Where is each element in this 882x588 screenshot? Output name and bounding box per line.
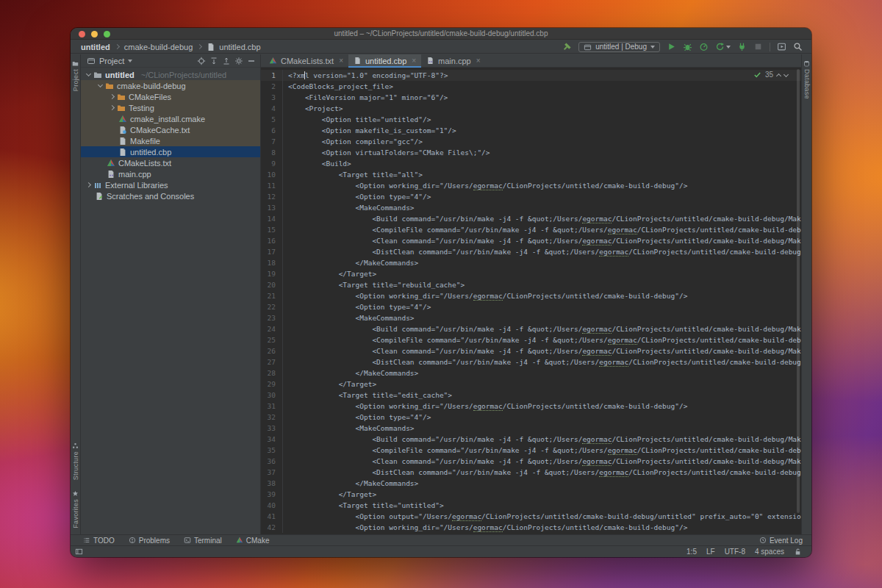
build-hammer-icon[interactable]: [562, 42, 572, 51]
chevron-right-icon[interactable]: [86, 182, 91, 187]
close-icon[interactable]: ×: [412, 57, 416, 65]
attach-process-icon[interactable]: [737, 42, 747, 51]
tool-button-favorites[interactable]: Favorites: [72, 490, 79, 528]
tree-item-testing[interactable]: Testing: [81, 102, 260, 113]
code-line[interactable]: 35 <CompileFile command="/usr/bin/make -…: [261, 445, 801, 456]
event-log-button[interactable]: Event Log: [759, 537, 811, 545]
code-line[interactable]: 22 <Option type="4"/>: [261, 301, 801, 312]
tree-item-main-cpp[interactable]: main.cpp: [81, 168, 260, 179]
code-line[interactable]: 18 </MakeCommands>: [261, 257, 801, 268]
chevron-right-icon[interactable]: [110, 105, 115, 110]
code-line[interactable]: 29 </Target>: [261, 379, 801, 390]
tree-item-makefile[interactable]: Makefile: [81, 135, 260, 146]
code-line[interactable]: 25 <CompileFile command="/usr/bin/make -…: [261, 334, 801, 345]
tool-window-button-problems[interactable]: Problems: [129, 537, 170, 545]
chevron-down-icon[interactable]: [86, 71, 91, 76]
breadcrumb-item[interactable]: untitled.cbp: [219, 43, 260, 51]
code-line[interactable]: 14 <Build command="/usr/bin/make -j4 -f …: [261, 213, 801, 224]
tree-item-scratches-and-consoles[interactable]: Scratches and Consoles: [81, 190, 260, 201]
code-line[interactable]: 32 <Option type="4"/>: [261, 412, 801, 423]
run-configuration-selector[interactable]: untitled | Debug: [578, 42, 660, 52]
code-line[interactable]: 33 <MakeCommands>: [261, 423, 801, 434]
code-line[interactable]: 8 <Option virtualFolders="CMake Files\;"…: [261, 147, 801, 158]
gear-icon[interactable]: [234, 57, 243, 65]
tree-item-cmake-install-cmake[interactable]: cmake_install.cmake: [81, 113, 260, 124]
close-icon[interactable]: ×: [339, 57, 343, 65]
tool-button-database[interactable]: Database: [803, 60, 811, 99]
status-line-separator[interactable]: LF: [706, 548, 715, 556]
debug-button-icon[interactable]: [683, 42, 692, 51]
code-line[interactable]: 27 <DistClean command="/usr/bin/make -j4…: [261, 356, 801, 368]
tree-item-external-libraries[interactable]: External Libraries: [81, 179, 260, 190]
editor-scrollbar[interactable]: [795, 69, 800, 531]
code-line[interactable]: 7 <Option compiler="gcc"/>: [261, 136, 801, 147]
code-line[interactable]: 40 <Target title="untitled">: [261, 500, 801, 511]
code-line[interactable]: 36 <Clean command="/usr/bin/make -j4 -f …: [261, 456, 801, 467]
tree-item-cmakelists-txt[interactable]: CMakeLists.txt: [81, 157, 260, 168]
code-line[interactable]: 26 <Clean command="/usr/bin/make -j4 -f …: [261, 345, 801, 356]
code-line[interactable]: 11 <Option working_dir="/Users/egormac/C…: [261, 180, 801, 191]
code-line[interactable]: 28 </MakeCommands>: [261, 368, 801, 379]
breadcrumb-item[interactable]: cmake-build-debug: [124, 43, 193, 51]
tool-window-button-cmake[interactable]: CMake: [236, 537, 270, 545]
code-line[interactable]: 24 <Build command="/usr/bin/make -j4 -f …: [261, 323, 801, 334]
code-line[interactable]: 13 <MakeCommands>: [261, 202, 801, 213]
tool-window-button-todo[interactable]: TODO: [83, 537, 115, 545]
chevron-down-icon[interactable]: [726, 46, 731, 49]
code-line[interactable]: 6 <Option makefile_is_custom="1"/>: [261, 125, 801, 136]
code-line[interactable]: 39 </Target>: [261, 489, 801, 500]
code-line[interactable]: 4 <Project>: [261, 103, 801, 114]
project-panel-title[interactable]: Project: [99, 57, 124, 65]
expand-all-icon[interactable]: [209, 57, 218, 65]
code-line[interactable]: 38 </MakeCommands>: [261, 478, 801, 489]
code-line[interactable]: 30 <Target title="edit_cache">: [261, 390, 801, 401]
collapse-all-icon[interactable]: [222, 57, 231, 65]
code-line[interactable]: 31 <Option working_dir="/Users/egormac/C…: [261, 401, 801, 412]
code-line[interactable]: 42 <Option working_dir="/Users/egormac/C…: [261, 522, 801, 533]
code-line[interactable]: 1<?xml version="1.0" encoding="UTF-8"?>: [261, 70, 801, 81]
prev-problem-icon[interactable]: [776, 73, 781, 78]
tree-item-cmakecache-txt[interactable]: CMakeCache.txt: [81, 124, 260, 135]
code-line[interactable]: 2<CodeBlocks_project_file>: [261, 81, 801, 92]
code-line[interactable]: 16 <Clean command="/usr/bin/make -j4 -f …: [261, 235, 801, 246]
code-line[interactable]: 12 <Option type="4"/>: [261, 191, 801, 202]
chevron-down-icon[interactable]: [98, 82, 103, 87]
code-line[interactable]: 34 <Build command="/usr/bin/make -j4 -f …: [261, 434, 801, 445]
tool-window-toggle-icon[interactable]: [75, 548, 83, 556]
code-line[interactable]: 9 <Build>: [261, 158, 801, 169]
tool-window-button-terminal[interactable]: Terminal: [184, 537, 222, 545]
next-problem-icon[interactable]: [784, 71, 789, 76]
code-line[interactable]: 17 <DistClean command="/usr/bin/make -j4…: [261, 246, 801, 257]
code-line[interactable]: 37 <DistClean command="/usr/bin/make -j4…: [261, 467, 801, 478]
close-icon[interactable]: ×: [476, 57, 481, 65]
chevron-down-icon[interactable]: [128, 60, 132, 62]
status-file-encoding[interactable]: UTF-8: [725, 548, 745, 556]
status-indent-style[interactable]: 4 spaces: [755, 548, 784, 556]
running-windows-icon[interactable]: [777, 42, 786, 51]
code-line[interactable]: 41 <Option output="/Users/egormac/CLionP…: [261, 511, 801, 522]
code-line[interactable]: 10 <Target title="all">: [261, 169, 801, 180]
code-line[interactable]: 21 <Option working_dir="/Users/egormac/C…: [261, 290, 801, 301]
profiler-icon[interactable]: [699, 42, 709, 51]
tab-untitled-cbp[interactable]: untitled.cbp×: [348, 54, 421, 67]
inspections-widget[interactable]: 35: [752, 71, 789, 79]
scrollbar-thumb[interactable]: [797, 69, 800, 513]
locate-file-icon[interactable]: [197, 57, 206, 65]
code-line[interactable]: 23 <MakeCommands>: [261, 312, 801, 323]
code-line[interactable]: 20 <Target title="rebuild_cache">: [261, 279, 801, 290]
run-with-coverage-icon[interactable]: [715, 42, 725, 51]
tree-item-cmake-build-debug[interactable]: cmake-build-debug: [81, 80, 260, 91]
run-button-icon[interactable]: [667, 42, 676, 51]
tree-item-cmakefiles[interactable]: CMakeFiles: [81, 91, 260, 102]
code-editor[interactable]: 35 1<?xml version="1.0" encoding="UTF-8"…: [261, 68, 801, 534]
status-caret-position[interactable]: 1:5: [686, 548, 697, 556]
tool-button-project[interactable]: Project: [72, 60, 79, 91]
tab-cmakelists-txt[interactable]: CMakeLists.txt×: [264, 54, 348, 67]
tree-item-untitled-cbp[interactable]: untitled.cbp: [81, 146, 260, 157]
tool-button-structure[interactable]: Structure: [72, 442, 79, 480]
tree-item-untitled[interactable]: untitled~/CLionProjects/untitled: [81, 69, 260, 80]
breadcrumb-item[interactable]: untitled: [81, 43, 110, 51]
tab-main-cpp[interactable]: main.cpp×: [421, 54, 485, 67]
chevron-right-icon[interactable]: [110, 94, 115, 99]
hide-panel-icon[interactable]: [247, 57, 256, 65]
